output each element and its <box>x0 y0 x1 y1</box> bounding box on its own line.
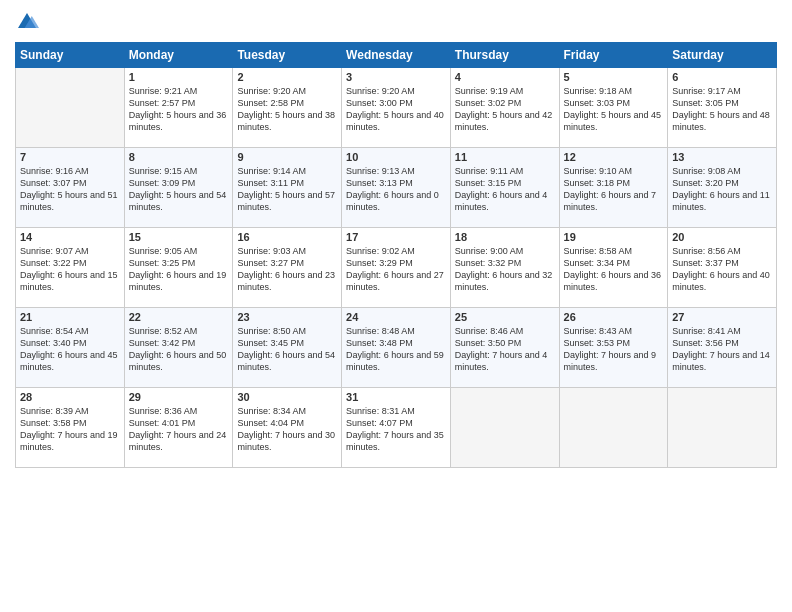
day-cell: 25Sunrise: 8:46 AMSunset: 3:50 PMDayligh… <box>450 308 559 388</box>
day-number: 13 <box>672 151 772 163</box>
day-info: Sunrise: 9:07 AMSunset: 3:22 PMDaylight:… <box>20 245 120 294</box>
day-cell: 22Sunrise: 8:52 AMSunset: 3:42 PMDayligh… <box>124 308 233 388</box>
day-info: Sunrise: 9:02 AMSunset: 3:29 PMDaylight:… <box>346 245 446 294</box>
day-info: Sunrise: 9:08 AMSunset: 3:20 PMDaylight:… <box>672 165 772 214</box>
header <box>15 10 777 34</box>
day-info: Sunrise: 9:00 AMSunset: 3:32 PMDaylight:… <box>455 245 555 294</box>
day-info: Sunrise: 9:17 AMSunset: 3:05 PMDaylight:… <box>672 85 772 134</box>
day-number: 22 <box>129 311 229 323</box>
day-cell: 4Sunrise: 9:19 AMSunset: 3:02 PMDaylight… <box>450 68 559 148</box>
day-info: Sunrise: 8:50 AMSunset: 3:45 PMDaylight:… <box>237 325 337 374</box>
day-number: 6 <box>672 71 772 83</box>
day-number: 30 <box>237 391 337 403</box>
day-info: Sunrise: 8:31 AMSunset: 4:07 PMDaylight:… <box>346 405 446 454</box>
day-cell: 20Sunrise: 8:56 AMSunset: 3:37 PMDayligh… <box>668 228 777 308</box>
day-cell: 11Sunrise: 9:11 AMSunset: 3:15 PMDayligh… <box>450 148 559 228</box>
col-header-sunday: Sunday <box>16 43 125 68</box>
day-number: 15 <box>129 231 229 243</box>
day-info: Sunrise: 8:58 AMSunset: 3:34 PMDaylight:… <box>564 245 664 294</box>
day-info: Sunrise: 9:20 AMSunset: 3:00 PMDaylight:… <box>346 85 446 134</box>
day-cell: 29Sunrise: 8:36 AMSunset: 4:01 PMDayligh… <box>124 388 233 468</box>
day-info: Sunrise: 9:20 AMSunset: 2:58 PMDaylight:… <box>237 85 337 134</box>
day-number: 12 <box>564 151 664 163</box>
day-number: 28 <box>20 391 120 403</box>
week-row-4: 21Sunrise: 8:54 AMSunset: 3:40 PMDayligh… <box>16 308 777 388</box>
day-number: 3 <box>346 71 446 83</box>
page: SundayMondayTuesdayWednesdayThursdayFrid… <box>0 0 792 612</box>
week-row-2: 7Sunrise: 9:16 AMSunset: 3:07 PMDaylight… <box>16 148 777 228</box>
day-number: 10 <box>346 151 446 163</box>
col-header-wednesday: Wednesday <box>342 43 451 68</box>
day-cell: 30Sunrise: 8:34 AMSunset: 4:04 PMDayligh… <box>233 388 342 468</box>
day-cell: 28Sunrise: 8:39 AMSunset: 3:58 PMDayligh… <box>16 388 125 468</box>
day-cell: 16Sunrise: 9:03 AMSunset: 3:27 PMDayligh… <box>233 228 342 308</box>
col-header-tuesday: Tuesday <box>233 43 342 68</box>
calendar-table: SundayMondayTuesdayWednesdayThursdayFrid… <box>15 42 777 468</box>
day-info: Sunrise: 8:43 AMSunset: 3:53 PMDaylight:… <box>564 325 664 374</box>
day-info: Sunrise: 9:10 AMSunset: 3:18 PMDaylight:… <box>564 165 664 214</box>
day-cell: 15Sunrise: 9:05 AMSunset: 3:25 PMDayligh… <box>124 228 233 308</box>
day-cell: 12Sunrise: 9:10 AMSunset: 3:18 PMDayligh… <box>559 148 668 228</box>
day-number: 26 <box>564 311 664 323</box>
day-number: 8 <box>129 151 229 163</box>
day-cell: 3Sunrise: 9:20 AMSunset: 3:00 PMDaylight… <box>342 68 451 148</box>
day-number: 31 <box>346 391 446 403</box>
day-cell <box>559 388 668 468</box>
day-cell: 9Sunrise: 9:14 AMSunset: 3:11 PMDaylight… <box>233 148 342 228</box>
day-cell: 13Sunrise: 9:08 AMSunset: 3:20 PMDayligh… <box>668 148 777 228</box>
day-cell: 6Sunrise: 9:17 AMSunset: 3:05 PMDaylight… <box>668 68 777 148</box>
day-info: Sunrise: 9:03 AMSunset: 3:27 PMDaylight:… <box>237 245 337 294</box>
day-number: 7 <box>20 151 120 163</box>
day-number: 16 <box>237 231 337 243</box>
day-cell: 23Sunrise: 8:50 AMSunset: 3:45 PMDayligh… <box>233 308 342 388</box>
day-info: Sunrise: 8:34 AMSunset: 4:04 PMDaylight:… <box>237 405 337 454</box>
header-row: SundayMondayTuesdayWednesdayThursdayFrid… <box>16 43 777 68</box>
day-number: 25 <box>455 311 555 323</box>
day-number: 14 <box>20 231 120 243</box>
day-cell <box>668 388 777 468</box>
day-info: Sunrise: 8:54 AMSunset: 3:40 PMDaylight:… <box>20 325 120 374</box>
week-row-1: 1Sunrise: 9:21 AMSunset: 2:57 PMDaylight… <box>16 68 777 148</box>
day-number: 20 <box>672 231 772 243</box>
day-info: Sunrise: 9:19 AMSunset: 3:02 PMDaylight:… <box>455 85 555 134</box>
day-info: Sunrise: 9:21 AMSunset: 2:57 PMDaylight:… <box>129 85 229 134</box>
day-number: 19 <box>564 231 664 243</box>
day-cell: 17Sunrise: 9:02 AMSunset: 3:29 PMDayligh… <box>342 228 451 308</box>
day-number: 21 <box>20 311 120 323</box>
logo-icon <box>15 10 39 34</box>
day-number: 24 <box>346 311 446 323</box>
col-header-monday: Monday <box>124 43 233 68</box>
day-cell: 21Sunrise: 8:54 AMSunset: 3:40 PMDayligh… <box>16 308 125 388</box>
day-info: Sunrise: 9:13 AMSunset: 3:13 PMDaylight:… <box>346 165 446 214</box>
day-info: Sunrise: 8:52 AMSunset: 3:42 PMDaylight:… <box>129 325 229 374</box>
day-cell <box>16 68 125 148</box>
day-cell: 10Sunrise: 9:13 AMSunset: 3:13 PMDayligh… <box>342 148 451 228</box>
day-cell: 27Sunrise: 8:41 AMSunset: 3:56 PMDayligh… <box>668 308 777 388</box>
day-info: Sunrise: 9:18 AMSunset: 3:03 PMDaylight:… <box>564 85 664 134</box>
logo <box>15 10 43 34</box>
day-number: 5 <box>564 71 664 83</box>
day-number: 17 <box>346 231 446 243</box>
week-row-3: 14Sunrise: 9:07 AMSunset: 3:22 PMDayligh… <box>16 228 777 308</box>
day-cell: 7Sunrise: 9:16 AMSunset: 3:07 PMDaylight… <box>16 148 125 228</box>
day-info: Sunrise: 9:14 AMSunset: 3:11 PMDaylight:… <box>237 165 337 214</box>
day-info: Sunrise: 9:05 AMSunset: 3:25 PMDaylight:… <box>129 245 229 294</box>
day-info: Sunrise: 9:15 AMSunset: 3:09 PMDaylight:… <box>129 165 229 214</box>
day-info: Sunrise: 8:41 AMSunset: 3:56 PMDaylight:… <box>672 325 772 374</box>
day-cell: 26Sunrise: 8:43 AMSunset: 3:53 PMDayligh… <box>559 308 668 388</box>
day-info: Sunrise: 8:46 AMSunset: 3:50 PMDaylight:… <box>455 325 555 374</box>
day-number: 11 <box>455 151 555 163</box>
week-row-5: 28Sunrise: 8:39 AMSunset: 3:58 PMDayligh… <box>16 388 777 468</box>
day-cell: 18Sunrise: 9:00 AMSunset: 3:32 PMDayligh… <box>450 228 559 308</box>
col-header-saturday: Saturday <box>668 43 777 68</box>
day-cell: 5Sunrise: 9:18 AMSunset: 3:03 PMDaylight… <box>559 68 668 148</box>
day-cell: 1Sunrise: 9:21 AMSunset: 2:57 PMDaylight… <box>124 68 233 148</box>
col-header-friday: Friday <box>559 43 668 68</box>
day-cell: 19Sunrise: 8:58 AMSunset: 3:34 PMDayligh… <box>559 228 668 308</box>
col-header-thursday: Thursday <box>450 43 559 68</box>
day-cell: 14Sunrise: 9:07 AMSunset: 3:22 PMDayligh… <box>16 228 125 308</box>
day-cell: 2Sunrise: 9:20 AMSunset: 2:58 PMDaylight… <box>233 68 342 148</box>
day-info: Sunrise: 8:39 AMSunset: 3:58 PMDaylight:… <box>20 405 120 454</box>
day-cell: 31Sunrise: 8:31 AMSunset: 4:07 PMDayligh… <box>342 388 451 468</box>
day-number: 1 <box>129 71 229 83</box>
